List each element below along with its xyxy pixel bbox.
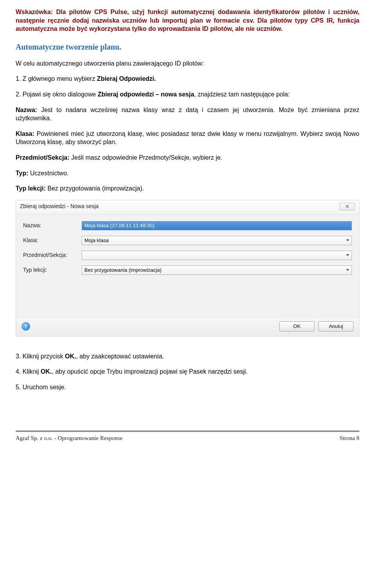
step-3: 3. Kliknij przycisk OK., aby zaakceptowa… xyxy=(16,352,359,361)
cancel-label: Anuluj xyxy=(329,323,343,330)
hint-paragraph: Wskazówka: Dla pilotów CPS Pulse, użyj f… xyxy=(16,8,359,33)
step-2: 2. Pojawi się okno dialogowe Zbieraj odp… xyxy=(16,90,359,99)
dialog-titlebar: Zbieraj odpowiedzi - Nowa sesja ✕ xyxy=(16,200,359,215)
row-klasa: Klasa: Moja klasa xyxy=(23,236,352,245)
step4-text-a: 4. Kliknij xyxy=(16,368,41,375)
hint-text: Dla pilotów CPS Pulse, użyj funkcji auto… xyxy=(16,9,359,32)
combo-klasa-value: Moja klasa xyxy=(84,237,109,244)
combo-typlekcji-value: Bez przygotowania (improwizacja) xyxy=(84,267,161,274)
step2-bold: Zbieraj odpowiedzi – nowa sesja xyxy=(98,91,194,98)
ok-label: OK xyxy=(293,323,301,330)
przedmiot-text: Jeśli masz odpowiednie Przedmoty/Sekcje,… xyxy=(70,154,222,161)
footer-right: Strona 8 xyxy=(340,434,359,442)
input-nazwa[interactable]: Moja klasa (27.09.11 11:49:35) xyxy=(82,221,352,230)
section-heading: Automatyczne tworzenie planu. xyxy=(16,42,359,52)
step1-text: 1. Z głównego menu wybierz xyxy=(16,75,97,82)
chevron-down-icon xyxy=(346,254,349,256)
row-nazwa: Nazwa: Moja klasa (27.09.11 11:49:35) xyxy=(23,221,352,230)
label-przedmiot: Przedmiot/Sekcja: xyxy=(23,251,82,259)
typlekcji-label: Typ lekcji: xyxy=(16,185,46,192)
dialog-body: Nazwa: Moja klasa (27.09.11 11:49:35) Kl… xyxy=(16,215,359,283)
step3-bold: OK. xyxy=(65,353,76,360)
przedmiot-label: Przedmiot/Sekcja: xyxy=(16,154,70,161)
typlekcji-text: Bez przygotowania (improwizacja). xyxy=(46,185,144,192)
label-klasa: Klasa: xyxy=(23,237,82,244)
label-nazwa: Nazwa: xyxy=(23,222,82,229)
nazwa-paragraph: Nazwa: Jest to nadana wcześniej nazwa kl… xyxy=(16,106,359,123)
combo-typlekcji[interactable]: Bez przygotowania (improwizacja) xyxy=(82,265,352,275)
klasa-paragraph: Klasa: Powinieneś mieć już utworzoną kla… xyxy=(16,130,359,146)
chevron-down-icon xyxy=(346,269,349,271)
dialog-window: Zbieraj odpowiedzi - Nowa sesja ✕ Nazwa:… xyxy=(16,200,359,337)
typlekcji-paragraph: Typ lekcji: Bez przygotowania (improwiza… xyxy=(16,184,359,193)
combo-przedmiot[interactable] xyxy=(82,251,352,260)
cancel-button[interactable]: Anuluj xyxy=(318,321,354,331)
step3-text-a: 3. Kliknij przycisk xyxy=(16,353,65,360)
footer-left: Agraf Sp. z o.o. - Oprogramowanie Respon… xyxy=(16,434,123,442)
step-5: 5. Uruchom sesje. xyxy=(16,383,359,392)
help-icon-glyph: ? xyxy=(24,323,27,330)
row-typlekcji: Typ lekcji: Bez przygotowania (improwiza… xyxy=(23,265,352,275)
help-icon[interactable]: ? xyxy=(21,322,30,331)
step-1: 1. Z głównego menu wybierz Zbieraj Odpow… xyxy=(16,75,359,83)
combo-klasa[interactable]: Moja klasa xyxy=(82,236,352,245)
close-button[interactable]: ✕ xyxy=(339,203,355,210)
input-nazwa-value: Moja klasa (27.09.11 11:49:35) xyxy=(84,223,154,228)
step2-text-a: 2. Pojawi się okno dialogowe xyxy=(16,91,98,98)
ok-button[interactable]: OK xyxy=(279,321,314,331)
close-icon: ✕ xyxy=(345,203,349,210)
dialog-footer: ? OK Anuluj xyxy=(16,317,359,336)
step-4: 4. Kliknij OK., aby opuścić opcje Trybu … xyxy=(16,367,359,376)
typ-label: Typ: xyxy=(16,170,29,176)
nazwa-label: Nazwa: xyxy=(16,107,37,113)
step4-text-c: , aby opuścić opcje Trybu improwizacji p… xyxy=(52,368,248,375)
typ-text: Uczestnictwo. xyxy=(29,170,69,176)
klasa-text: Powinieneś mieć już utworzoną klasę, wie… xyxy=(16,130,359,146)
nazwa-text: Jest to nadana wcześniej nazwa klasy wra… xyxy=(16,107,359,122)
label-typlekcji: Typ lekcji: xyxy=(23,266,82,274)
chevron-down-icon xyxy=(346,239,349,241)
row-przedmiot: Przedmiot/Sekcja: xyxy=(23,251,352,260)
typ-paragraph: Typ: Uczestnictwo. xyxy=(16,169,359,178)
step3-text-c: , aby zaakceptować ustawienia. xyxy=(76,353,164,360)
step1-bold: Zbieraj Odpowiedzi. xyxy=(97,75,156,82)
step2-text-c: , znajdziesz tam następujące pola: xyxy=(194,91,290,98)
page-footer: Agraf Sp. z o.o. - Oprogramowanie Respon… xyxy=(16,431,359,442)
przedmiot-paragraph: Przedmiot/Sekcja: Jeśli masz odpowiednie… xyxy=(16,153,359,162)
hint-prefix: Wskazówka: xyxy=(16,9,53,15)
klasa-label: Klasa: xyxy=(16,130,34,137)
dialog-title: Zbieraj odpowiedzi - Nowa sesja xyxy=(20,203,99,210)
step4-bold: OK. xyxy=(41,368,52,375)
intro-paragraph: W celu automatycznego utworzenia planu z… xyxy=(16,59,359,68)
